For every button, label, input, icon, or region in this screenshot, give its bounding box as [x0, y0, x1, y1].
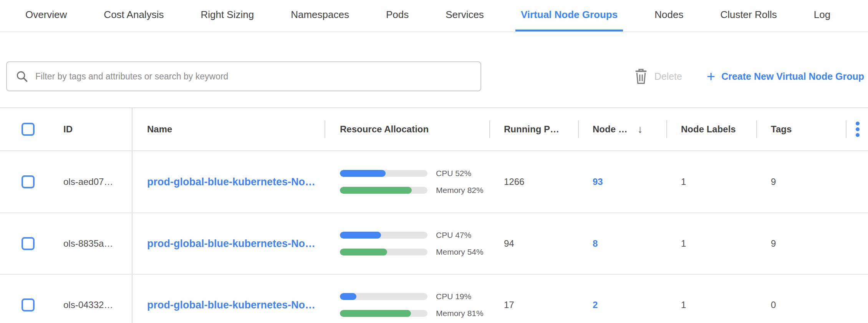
toolbar-actions: Delete + Create New Virtual Node Group [634, 61, 864, 91]
cpu-usage-bar [340, 293, 427, 300]
running-pods-value: 17 [489, 300, 578, 310]
header-nodes-label: Node … [593, 124, 628, 135]
table-row: ols-8835a… prod-global-blue-kubernetes-N… [0, 213, 868, 274]
header-checkbox-cell [0, 108, 50, 150]
memory-usage-label: Memory 81% [436, 309, 484, 318]
tab-pods[interactable]: Pods [381, 0, 414, 31]
nodes-count-link[interactable]: 93 [593, 176, 603, 187]
sort-descending-icon[interactable]: ↓ [638, 123, 643, 135]
tags-value: 9 [756, 238, 846, 249]
cpu-usage-label: CPU 52% [436, 169, 471, 178]
memory-usage-label: Memory 82% [436, 186, 484, 195]
node-labels-value: 1 [666, 300, 756, 310]
tab-log[interactable]: Log [808, 0, 836, 31]
toolbar: Delete + Create New Virtual Node Group [0, 32, 868, 107]
vng-name-link[interactable]: prod-global-blue-kubernetes-No… [147, 299, 315, 311]
memory-usage-bar [340, 187, 427, 194]
vng-id: ols-04332… [50, 275, 133, 323]
table-row: ols-04332… prod-global-blue-kubernetes-N… [0, 274, 868, 323]
header-tags: Tags [756, 108, 846, 150]
tab-right-sizing[interactable]: Right Sizing [195, 0, 259, 31]
tab-namespaces[interactable]: Namespaces [285, 0, 354, 31]
running-pods-value: 1266 [489, 176, 578, 187]
nodes-count-link[interactable]: 8 [593, 238, 598, 249]
select-all-checkbox[interactable] [22, 123, 35, 136]
tab-virtual-node-groups[interactable]: Virtual Node Groups [515, 0, 623, 31]
table-row: ols-aed07… prod-global-blue-kubernetes-N… [0, 151, 868, 213]
top-tab-bar: Overview Cost Analysis Right Sizing Name… [0, 0, 868, 32]
nodes-count-link[interactable]: 2 [593, 300, 598, 310]
row-checkbox[interactable] [22, 175, 35, 188]
header-nodes[interactable]: Node … ↓ [578, 108, 666, 150]
resource-allocation-cell: CPU 52% Memory 82% [325, 169, 489, 195]
header-menu-cell [846, 108, 868, 150]
header-running-pods: Running P… [489, 108, 578, 150]
running-pods-value: 94 [489, 238, 578, 249]
header-id: ID [50, 108, 133, 150]
memory-usage-bar [340, 249, 427, 255]
row-checkbox[interactable] [22, 298, 35, 311]
delete-button-label: Delete [654, 71, 682, 82]
trash-icon [634, 68, 648, 84]
row-checkbox-cell [0, 213, 50, 274]
virtual-node-groups-table: ID Name Resource Allocation Running P… N… [0, 107, 868, 323]
vng-name-link[interactable]: prod-global-blue-kubernetes-No… [147, 176, 315, 188]
tab-services[interactable]: Services [440, 0, 489, 31]
tab-cost-analysis[interactable]: Cost Analysis [98, 0, 169, 31]
vng-id: ols-aed07… [50, 151, 133, 213]
column-settings-kebab-icon[interactable] [856, 122, 860, 137]
search-icon [15, 70, 28, 83]
resource-allocation-cell: CPU 19% Memory 81% [325, 292, 489, 318]
tags-value: 0 [756, 300, 846, 310]
create-virtual-node-group-button[interactable]: + Create New Virtual Node Group [707, 69, 864, 84]
header-node-labels: Node Labels [666, 108, 756, 150]
row-checkbox-cell [0, 151, 50, 213]
table-header-row: ID Name Resource Allocation Running P… N… [0, 108, 868, 151]
plus-icon: + [707, 69, 715, 84]
vng-name-link[interactable]: prod-global-blue-kubernetes-No… [147, 238, 315, 249]
resource-allocation-cell: CPU 47% Memory 54% [325, 231, 489, 257]
node-labels-value: 1 [666, 238, 756, 249]
tab-nodes[interactable]: Nodes [649, 0, 689, 31]
filter-input-container [6, 61, 481, 91]
tab-cluster-rolls[interactable]: Cluster Rolls [715, 0, 782, 31]
vng-id: ols-8835a… [50, 213, 133, 274]
tab-overview[interactable]: Overview [20, 0, 72, 31]
memory-usage-label: Memory 54% [436, 247, 484, 257]
node-labels-value: 1 [666, 176, 756, 187]
row-checkbox[interactable] [22, 237, 35, 250]
cpu-usage-label: CPU 47% [436, 231, 471, 240]
delete-button[interactable]: Delete [634, 68, 682, 84]
row-checkbox-cell [0, 275, 50, 323]
cpu-usage-bar [340, 232, 427, 239]
header-name: Name [133, 108, 325, 150]
create-button-label: Create New Virtual Node Group [721, 71, 864, 82]
memory-usage-bar [340, 310, 427, 317]
header-resource-allocation: Resource Allocation [325, 108, 489, 150]
cpu-usage-label: CPU 19% [436, 292, 471, 301]
filter-input[interactable] [35, 71, 480, 82]
cpu-usage-bar [340, 170, 427, 177]
tags-value: 9 [756, 176, 846, 187]
